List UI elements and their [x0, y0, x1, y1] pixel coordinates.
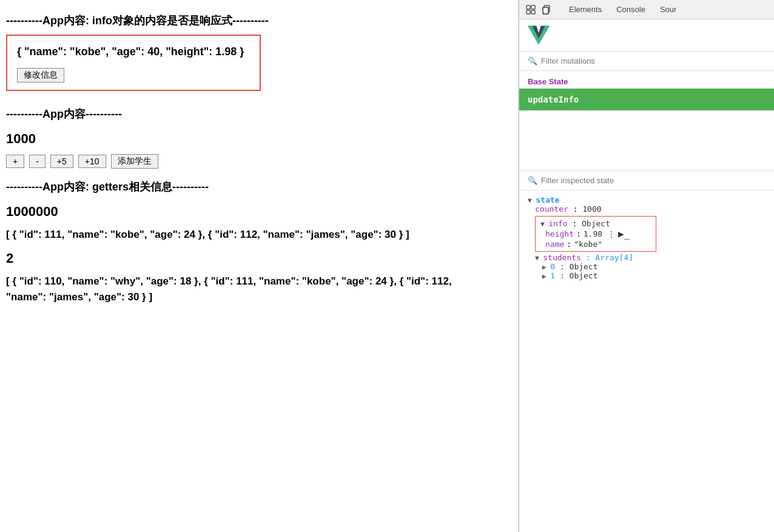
- height-key: height: [545, 229, 574, 238]
- filter-mutations-area: 🔍: [519, 52, 774, 71]
- pointer-icon: ▶̲: [618, 228, 630, 240]
- name-line: name : "kobe": [540, 240, 651, 249]
- item1-colon: :: [560, 271, 570, 280]
- filter-inspected-area: 🔍: [519, 171, 774, 190]
- vue-logo-area: [519, 19, 774, 52]
- section2-header: ----------App内容----------: [6, 106, 506, 123]
- counter-key: counter: [535, 204, 568, 214]
- btn-plus5[interactable]: +5: [50, 155, 73, 168]
- info-display-text: { "name": "kobe", "age": 40, "height": 1…: [17, 43, 250, 61]
- svg-rect-2: [527, 10, 530, 14]
- btn-plus[interactable]: +: [6, 155, 24, 168]
- students-type: Array[4]: [595, 253, 633, 262]
- search-icon: 🔍: [528, 56, 537, 66]
- btn-minus[interactable]: -: [29, 155, 45, 168]
- svg-rect-1: [531, 5, 535, 9]
- svg-rect-3: [531, 10, 535, 14]
- devtools-icons: [525, 4, 552, 15]
- name-val: "kobe": [574, 240, 602, 249]
- filter-inspected-input[interactable]: [541, 176, 766, 185]
- student-item-0: ▶ 0 : Object: [528, 262, 766, 271]
- state-tree: ▼ state counter : 1000 ▼ info : Object h…: [519, 190, 774, 532]
- update-info-item[interactable]: updateInfo: [519, 89, 774, 110]
- counter-colon: :: [573, 204, 583, 214]
- height-val: 1.98: [584, 229, 602, 238]
- info-object-box: ▼ info : Object height : 1.98 ⋮ ▶̲ name …: [535, 216, 656, 252]
- item0-type: Object: [570, 262, 598, 271]
- info-key: info: [548, 219, 567, 228]
- spacer-area: [519, 110, 774, 171]
- info-type: Object: [582, 219, 610, 228]
- info-header-line: ▼ info : Object: [540, 219, 651, 228]
- item0-arrow[interactable]: ▶: [542, 263, 550, 271]
- section1-header: ----------App内容: info对象的内容是否是响应式--------…: [6, 12, 506, 30]
- info-box: { "name": "kobe", "age": 40, "height": 1…: [6, 35, 261, 92]
- tab-console[interactable]: Console: [614, 4, 648, 15]
- state-label: state: [536, 195, 559, 204]
- name-key: name: [545, 240, 564, 249]
- students-key: students: [543, 253, 581, 262]
- svg-rect-5: [543, 7, 548, 14]
- filter-mutations-input[interactable]: [541, 56, 766, 66]
- tab-elements[interactable]: Elements: [567, 4, 604, 15]
- item0-label-text: 0: [550, 262, 555, 271]
- name-colon: :: [567, 240, 571, 249]
- cursor-icon[interactable]: [525, 4, 536, 15]
- count-value: 2: [6, 247, 506, 269]
- search-icon-2: 🔍: [528, 176, 537, 185]
- devtools-topbar: Elements Console Sour: [519, 0, 774, 19]
- right-panel: Elements Console Sour 🔍 Base State updat…: [519, 0, 774, 532]
- height-colon: :: [576, 229, 581, 238]
- counter-val: 1000: [582, 204, 601, 214]
- item1-type: Object: [570, 271, 598, 280]
- state-section: ▼ state: [528, 195, 766, 204]
- vue-logo: [528, 24, 550, 46]
- getters-value: 1000000: [6, 201, 506, 222]
- btn-add-student[interactable]: 添加学生: [111, 154, 158, 169]
- info-colon: :: [572, 219, 582, 228]
- info-expand-arrow[interactable]: ▼: [540, 220, 548, 228]
- item1-label-text: 1: [550, 271, 555, 280]
- item1-arrow[interactable]: ▶: [542, 272, 550, 280]
- height-line: height : 1.98 ⋮ ▶̲: [540, 228, 651, 240]
- students-data2: [ { "id": 110, "name": "why", "age": 18 …: [6, 274, 506, 305]
- copy-icon[interactable]: [541, 4, 552, 15]
- btn-plus10[interactable]: +10: [78, 155, 106, 168]
- students-line: ▼ students : Array[4]: [528, 253, 766, 262]
- counter-buttons: + - +5 +10 添加学生: [6, 154, 506, 169]
- modify-btn[interactable]: 修改信息: [17, 68, 64, 82]
- students-data1: [ { "id": 111, "name": "kobe", "age": 24…: [6, 227, 506, 243]
- counter-line: counter : 1000: [528, 204, 766, 214]
- students-expand-arrow[interactable]: ▼: [535, 254, 543, 262]
- students-colon: :: [586, 253, 596, 262]
- section3-header: ----------App内容: getters相关信息----------: [6, 178, 506, 196]
- svg-rect-0: [527, 5, 530, 9]
- counter-display: 1000: [6, 128, 506, 149]
- state-expand-arrow[interactable]: ▼: [528, 197, 536, 204]
- student-item-1: ▶ 1 : Object: [528, 271, 766, 280]
- item0-colon: :: [560, 262, 570, 271]
- tab-sources[interactable]: Sour: [658, 4, 679, 15]
- base-state-label: Base State: [519, 71, 774, 89]
- left-panel: ----------App内容: info对象的内容是否是响应式--------…: [0, 0, 519, 532]
- edit-icon[interactable]: ⋮: [607, 229, 616, 239]
